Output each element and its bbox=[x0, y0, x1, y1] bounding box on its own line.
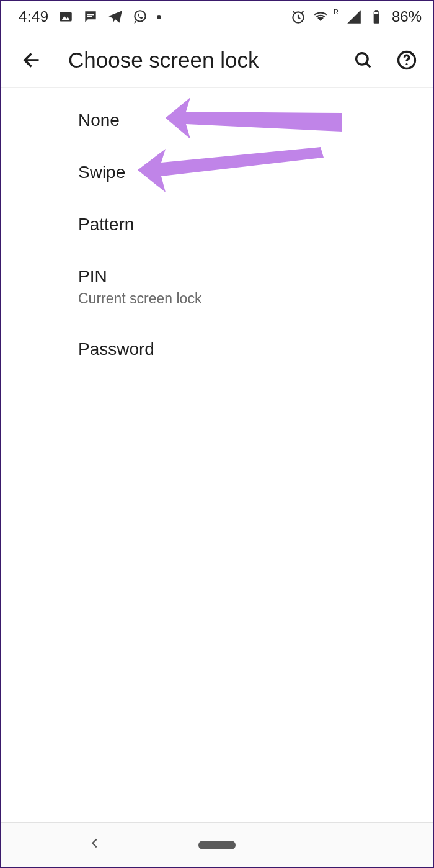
svg-rect-3 bbox=[87, 16, 92, 17]
option-pin[interactable]: PIN Current screen lock bbox=[1, 251, 433, 323]
back-button[interactable] bbox=[16, 44, 48, 76]
search-icon bbox=[353, 50, 374, 71]
message-icon bbox=[82, 9, 99, 25]
picture-icon bbox=[58, 9, 74, 25]
option-label: Password bbox=[78, 339, 433, 359]
option-none[interactable]: None bbox=[1, 94, 433, 146]
battery-icon bbox=[368, 9, 384, 25]
option-pattern[interactable]: Pattern bbox=[1, 199, 433, 251]
option-swipe[interactable]: Swipe bbox=[1, 146, 433, 199]
nav-back-button[interactable] bbox=[88, 836, 105, 854]
svg-rect-8 bbox=[374, 12, 379, 14]
option-label: Pattern bbox=[78, 215, 433, 235]
status-time: 4:49 bbox=[19, 8, 49, 25]
navigation-bar bbox=[1, 822, 433, 867]
status-bar: 4:49 R 86% bbox=[1, 1, 433, 32]
lock-options-list: None Swipe Pattern PIN Current screen lo… bbox=[1, 88, 433, 375]
page-title: Choose screen lock bbox=[68, 48, 336, 73]
option-password[interactable]: Password bbox=[1, 323, 433, 375]
svg-rect-7 bbox=[375, 10, 378, 12]
option-label: Swipe bbox=[78, 163, 433, 182]
alarm-icon bbox=[290, 9, 306, 25]
option-label: PIN bbox=[78, 267, 433, 287]
option-subtitle: Current screen lock bbox=[78, 290, 433, 307]
status-left: 4:49 bbox=[19, 8, 161, 25]
more-notifications-dot bbox=[157, 15, 161, 19]
svg-point-4 bbox=[135, 11, 145, 21]
app-bar: Choose screen lock bbox=[1, 32, 433, 88]
chevron-left-icon bbox=[88, 836, 102, 850]
nav-home-pill[interactable] bbox=[198, 841, 236, 849]
telegram-icon bbox=[107, 9, 123, 25]
wifi-icon bbox=[312, 9, 329, 25]
help-button[interactable] bbox=[391, 44, 423, 76]
svg-rect-2 bbox=[87, 14, 94, 16]
whatsapp-icon bbox=[132, 9, 148, 25]
battery-percentage: 86% bbox=[392, 8, 422, 25]
search-button[interactable] bbox=[347, 44, 379, 76]
arrow-back-icon bbox=[21, 49, 43, 71]
roaming-indicator: R bbox=[334, 8, 339, 16]
svg-point-11 bbox=[405, 63, 407, 65]
help-icon bbox=[396, 50, 417, 71]
option-label: None bbox=[78, 110, 433, 130]
status-right: R 86% bbox=[290, 8, 422, 25]
signal-icon bbox=[346, 9, 362, 25]
